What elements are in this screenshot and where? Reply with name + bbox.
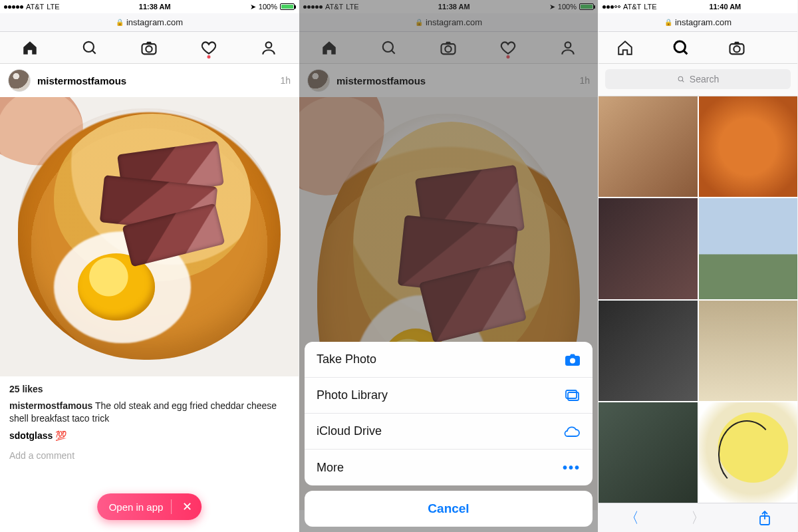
search-input[interactable]: Search — [605, 69, 791, 89]
status-bar: AT&T LTE 11:40 AM — [598, 0, 797, 13]
post-username[interactable]: mistermostfamous — [37, 75, 273, 86]
open-in-app-label: Open in app — [109, 501, 164, 513]
clock-label: 11:40 AM — [709, 3, 741, 11]
explore-tile[interactable] — [699, 96, 798, 197]
status-bar: AT&T LTE 11:38 AM ➤ 100% — [0, 0, 299, 13]
explore-tile[interactable] — [699, 198, 798, 299]
explore-tile[interactable] — [598, 198, 698, 299]
avatar[interactable] — [8, 69, 31, 92]
close-icon[interactable]: ✕ — [180, 501, 195, 513]
clock-label: 11:38 AM — [139, 3, 171, 11]
battery-icon — [280, 3, 295, 10]
add-comment-input[interactable]: Add a comment — [0, 444, 299, 467]
home-icon[interactable] — [616, 39, 634, 57]
svg-point-14 — [674, 41, 685, 52]
explore-tile[interactable] — [699, 402, 798, 503]
signal-dots-icon — [602, 5, 620, 9]
more-label: More — [317, 461, 344, 475]
icloud-label: iCloud Drive — [317, 424, 382, 438]
svg-point-0 — [83, 41, 93, 51]
carrier-label: AT&T — [623, 3, 641, 11]
hundred-emoji-icon: 💯 — [55, 430, 66, 441]
forward-button: 〉 — [691, 508, 706, 528]
icloud-drive-option[interactable]: iCloud Drive — [305, 414, 593, 450]
home-icon[interactable] — [21, 39, 39, 57]
notification-dot-icon — [207, 55, 211, 59]
cloud-icon — [563, 426, 581, 438]
carrier-label: AT&T — [26, 3, 44, 11]
magnifier-icon — [677, 75, 686, 84]
photo-library-option[interactable]: Photo Library — [305, 378, 593, 414]
lock-icon: 🔒 — [116, 19, 124, 26]
likes-count[interactable]: 25 likes — [9, 383, 289, 396]
caption-username[interactable]: mistermostfamous — [9, 400, 92, 411]
post-caption-block: 25 likes mistermostfamous The old steak … — [0, 376, 299, 428]
network-label: LTE — [47, 3, 59, 11]
instagram-tabbar — [0, 32, 299, 64]
photo-library-label: Photo Library — [317, 388, 388, 402]
location-icon: ➤ — [250, 3, 256, 11]
explore-tile[interactable] — [598, 301, 698, 401]
pill-divider — [171, 499, 172, 514]
explore-tile[interactable] — [598, 96, 698, 197]
post-age: 1h — [280, 75, 291, 86]
take-photo-option[interactable]: Take Photo — [305, 342, 593, 378]
browser-address-bar[interactable]: 🔒 instagram.com — [598, 13, 797, 32]
search-placeholder: Search — [690, 74, 719, 84]
take-photo-label: Take Photo — [317, 352, 376, 366]
explore-tile[interactable] — [699, 301, 798, 401]
back-button[interactable]: 〈 — [624, 508, 639, 528]
svg-line-1 — [92, 50, 95, 53]
comment-username[interactable]: sdotglass — [9, 430, 53, 441]
search-wrap: Search — [598, 64, 797, 96]
explore-grid — [598, 96, 797, 503]
instagram-tabbar — [598, 32, 797, 64]
camera-fill-icon — [565, 353, 581, 366]
battery-label: 100% — [259, 3, 277, 11]
post-image[interactable] — [0, 97, 299, 376]
action-sheet: Take Photo Photo Library iCloud Drive Mo… — [305, 342, 593, 527]
lock-icon: 🔒 — [664, 19, 672, 26]
explore-tile[interactable] — [598, 402, 698, 503]
more-option[interactable]: More ••• — [305, 450, 593, 485]
address-host: instagram.com — [675, 17, 732, 27]
open-in-app-pill[interactable]: Open in app ✕ — [97, 493, 202, 520]
camera-icon[interactable] — [140, 39, 158, 57]
safari-toolbar: 〈 〉 — [598, 503, 797, 532]
svg-point-17 — [733, 46, 739, 52]
more-dots-icon: ••• — [563, 460, 581, 475]
cancel-label: Cancel — [428, 501, 469, 516]
network-label: LTE — [644, 3, 656, 11]
search-icon[interactable] — [80, 39, 99, 57]
search-icon[interactable] — [672, 39, 690, 57]
browser-address-bar[interactable]: 🔒 instagram.com — [0, 13, 299, 32]
signal-dots-icon — [4, 5, 23, 9]
stack-icon — [565, 389, 581, 402]
profile-icon[interactable] — [259, 39, 278, 57]
camera-icon[interactable] — [728, 39, 746, 57]
cancel-button[interactable]: Cancel — [305, 491, 593, 527]
svg-point-11 — [570, 358, 575, 363]
svg-point-18 — [678, 76, 682, 81]
svg-line-19 — [682, 80, 684, 81]
activity-heart-icon[interactable] — [200, 39, 218, 57]
svg-point-3 — [146, 46, 152, 52]
share-button[interactable] — [758, 510, 771, 526]
comment-row[interactable]: sdotglass 💯 — [0, 428, 299, 444]
address-host: instagram.com — [126, 17, 183, 27]
svg-point-4 — [266, 42, 272, 48]
svg-line-15 — [684, 51, 687, 54]
post-header: mistermostfamous 1h — [0, 64, 299, 97]
